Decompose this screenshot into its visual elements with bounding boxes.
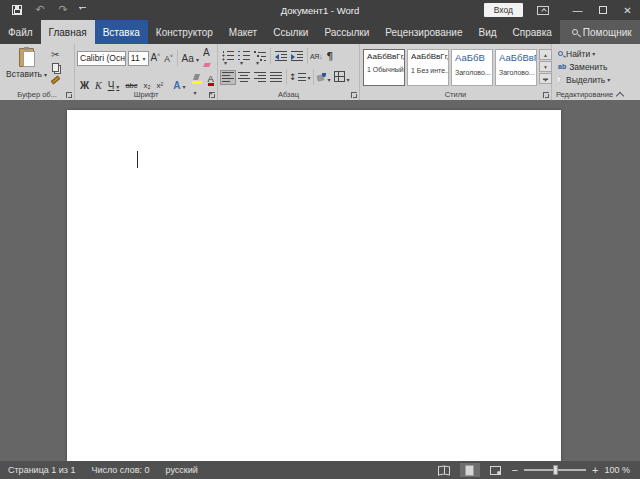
web-layout-button[interactable] <box>486 463 506 477</box>
title-bar: ↶ ↷ Документ1 - Word Вход — ✕ <box>0 0 640 20</box>
save-button[interactable] <box>10 3 24 17</box>
tab-file[interactable]: Файл <box>0 20 41 44</box>
style-normal[interactable]: АаБбВвГг, 1 Обычный <box>363 49 405 86</box>
style-preview: АаБбВвГг, <box>411 52 447 61</box>
font-name-combo[interactable]: Calibri (Осн▾ <box>77 51 126 66</box>
styles-group-label: Стили <box>360 90 551 99</box>
tab-insert[interactable]: Вставка <box>95 20 148 44</box>
sort-button[interactable]: АЯ↓ <box>310 52 322 61</box>
language-indicator[interactable]: русский <box>166 465 198 475</box>
zoom-level[interactable]: 100 % <box>604 465 630 475</box>
borders-button[interactable] <box>334 68 350 86</box>
clear-formatting-button[interactable]: А <box>203 47 213 69</box>
read-mode-button[interactable] <box>434 463 454 477</box>
underline-button[interactable]: Ч <box>108 80 120 91</box>
maximize-button[interactable] <box>590 0 615 20</box>
divider <box>286 69 287 85</box>
zoom-out-button[interactable]: − <box>512 464 518 476</box>
text-cursor <box>137 151 138 168</box>
tab-layout[interactable]: Макет <box>221 20 265 44</box>
format-painter-button[interactable] <box>51 76 60 85</box>
replace-button[interactable]: abЗаменить <box>558 60 625 73</box>
style-name: 1 Обычный <box>367 66 403 73</box>
minimize-button[interactable]: — <box>565 0 590 20</box>
close-button[interactable]: ✕ <box>615 0 640 20</box>
divider <box>307 48 308 64</box>
multilevel-list-button[interactable] <box>254 51 266 62</box>
zoom-slider-thumb[interactable] <box>553 465 558 475</box>
line-spacing-button[interactable]: ↕ <box>289 72 311 82</box>
tab-home[interactable]: Главная <box>41 20 95 44</box>
decrease-indent-button[interactable] <box>275 51 287 62</box>
paste-button[interactable]: Вставить <box>2 47 51 87</box>
tab-design[interactable]: Конструктор <box>148 20 221 44</box>
styles-scroll-down-button[interactable]: ▼ <box>539 61 552 72</box>
align-left-button[interactable] <box>220 70 236 85</box>
tab-references[interactable]: Ссылки <box>265 20 316 44</box>
text-effects-button[interactable]: А <box>173 80 185 91</box>
sign-in-button[interactable]: Вход <box>484 3 523 17</box>
style-preview: АаБбВвГг, <box>367 52 403 61</box>
tab-mailings[interactable]: Рассылки <box>316 20 377 44</box>
select-label: Выделить <box>566 75 605 85</box>
document-page[interactable] <box>67 110 561 461</box>
divider <box>270 48 271 64</box>
print-layout-button[interactable] <box>460 463 480 477</box>
copy-button[interactable] <box>52 63 59 72</box>
select-button[interactable]: Выделить <box>558 73 625 86</box>
redo-button[interactable]: ↷ <box>56 3 70 17</box>
replace-icon: ab <box>558 63 566 70</box>
group-styles: АаБбВвГг, 1 Обычный АаБбВвГг, 1 Без инте… <box>360 44 552 100</box>
cut-button[interactable]: ✂ <box>51 49 60 60</box>
find-button[interactable]: Найти <box>558 47 625 60</box>
search-icon <box>572 29 578 35</box>
clipboard-dialog-launcher[interactable] <box>66 92 72 98</box>
styles-gallery-more-button[interactable]: ▬▼ <box>539 73 552 84</box>
paragraph-dialog-launcher[interactable] <box>351 92 357 98</box>
style-preview: АаБбВвГ <box>499 52 535 63</box>
font-dialog-launcher[interactable] <box>209 92 215 98</box>
font-size-value: 11 <box>131 53 140 63</box>
tab-review[interactable]: Рецензирование <box>377 20 470 44</box>
style-heading2[interactable]: АаБбВвГ Заголово... <box>495 49 537 86</box>
bold-button[interactable]: Ж <box>80 80 89 91</box>
show-marks-button[interactable]: ¶ <box>326 50 333 63</box>
increase-indent-button[interactable] <box>291 51 303 62</box>
collapse-ribbon-button[interactable] <box>616 90 624 98</box>
style-name: 1 Без инте... <box>411 67 447 74</box>
italic-button[interactable]: К <box>95 80 102 91</box>
grow-font-button[interactable]: А˄ <box>151 52 161 63</box>
justify-button[interactable] <box>270 72 282 83</box>
superscript-button[interactable]: х² <box>157 81 164 90</box>
strikethrough-button[interactable]: abc <box>125 81 137 90</box>
font-size-combo[interactable]: 11▾ <box>128 51 149 66</box>
shading-button[interactable] <box>316 68 331 86</box>
tab-assistant[interactable]: Помощник <box>560 20 640 44</box>
styles-dialog-launcher[interactable] <box>543 92 549 98</box>
word-count[interactable]: Число слов: 0 <box>91 465 149 475</box>
style-heading1[interactable]: АаБбВ Заголово... <box>451 49 493 86</box>
style-name: Заголово... <box>499 69 535 76</box>
change-case-button[interactable]: Аа <box>182 53 199 64</box>
subscript-button[interactable]: х₂ <box>143 81 150 90</box>
tab-view[interactable]: Вид <box>471 20 505 44</box>
zoom-slider[interactable] <box>524 469 586 471</box>
align-right-button[interactable] <box>254 72 266 83</box>
style-no-spacing[interactable]: АаБбВвГг, 1 Без инте... <box>407 49 449 86</box>
styles-scroll-up-button[interactable]: ▲ <box>539 49 552 60</box>
ribbon-display-options-button[interactable] <box>537 6 549 15</box>
customize-qat-button[interactable] <box>79 7 86 13</box>
paste-icon <box>19 48 34 67</box>
document-area[interactable] <box>0 100 640 461</box>
page-indicator[interactable]: Страница 1 из 1 <box>8 465 75 475</box>
bullets-button[interactable] <box>222 51 234 62</box>
borders-icon <box>334 71 345 82</box>
align-center-button[interactable] <box>238 72 250 83</box>
tab-help[interactable]: Справка <box>505 20 560 44</box>
clipboard-group-label: Буфер об... <box>0 90 74 99</box>
numbering-button[interactable] <box>238 51 250 62</box>
zoom-in-button[interactable]: + <box>592 464 598 476</box>
undo-button[interactable]: ↶ <box>33 3 47 17</box>
font-color-icon: А <box>208 74 214 86</box>
shrink-font-button[interactable]: А˅ <box>164 53 173 64</box>
